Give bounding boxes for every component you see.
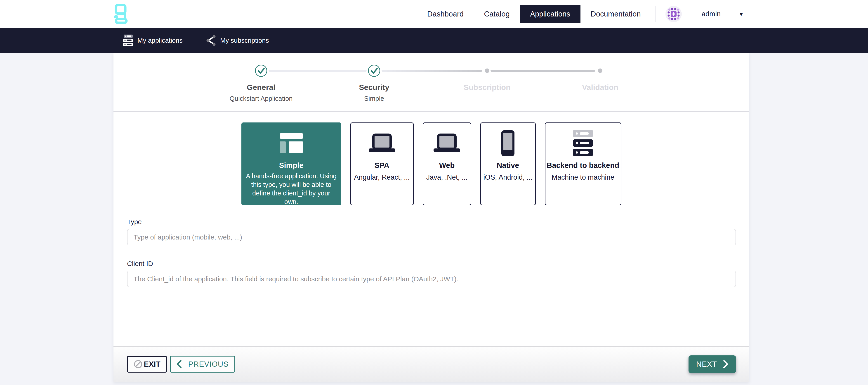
chevron-down-icon[interactable]: ▼: [738, 11, 744, 17]
smartphone-icon: [501, 130, 515, 156]
share-icon: [206, 35, 216, 46]
nav-item-applications[interactable]: Applications: [520, 5, 581, 23]
laptop-icon: [369, 133, 395, 153]
chevron-right-icon: [723, 360, 728, 368]
wizard-footer: EXIT PREVIOUS NEXT: [114, 346, 749, 382]
step-validation: Validation: [550, 53, 650, 92]
check-circle-icon: [368, 64, 380, 77]
check-circle-icon: [255, 64, 268, 77]
subnav-label: My subscriptions: [220, 37, 269, 44]
card-subtitle: iOS, Android, ...: [481, 173, 535, 182]
top-navbar: Dashboard Catalog Applications Documenta…: [0, 0, 868, 28]
next-button[interactable]: NEXT: [688, 355, 736, 373]
exit-button-label: EXIT: [144, 360, 160, 368]
card-title: Web: [423, 161, 471, 170]
previous-button-label: PREVIOUS: [188, 360, 229, 368]
step-general[interactable]: General Quickstart Application: [211, 53, 311, 102]
card-backend-to-backend[interactable]: Backend to backend Machine to machine: [545, 123, 621, 205]
header-divider: [655, 6, 655, 22]
prohibition-icon: [133, 359, 143, 369]
user-menu[interactable]: admin ▼: [665, 6, 744, 22]
client-id-field-label: Client ID: [127, 260, 736, 267]
step-subscription: Subscription: [437, 53, 537, 92]
card-spa[interactable]: SPA Angular, React, ...: [350, 123, 414, 205]
laptop-icon: [434, 133, 460, 153]
card-simple[interactable]: Simple A hands-free application. Using t…: [241, 123, 341, 205]
client-id-input[interactable]: [127, 271, 736, 287]
step-title: Security: [324, 83, 424, 92]
layout-icon: [279, 133, 304, 153]
subnav-item-my-applications[interactable]: My applications: [123, 35, 183, 46]
server-icon: [573, 130, 593, 157]
application-type-cards: Simple A hands-free application. Using t…: [114, 123, 749, 205]
card-subtitle: Machine to machine: [546, 173, 621, 182]
next-button-label: NEXT: [696, 360, 717, 368]
avatar: [665, 6, 682, 22]
subnav-item-my-subscriptions[interactable]: My subscriptions: [206, 35, 269, 46]
step-subtitle: Simple: [324, 95, 424, 102]
card-title: Native: [481, 161, 535, 170]
nav-item-dashboard[interactable]: Dashboard: [417, 5, 474, 23]
step-title: General: [211, 83, 311, 92]
exit-button[interactable]: EXIT: [127, 356, 167, 373]
page-background: General Quickstart Application Security …: [0, 53, 868, 385]
security-form: Type Client ID: [114, 205, 749, 287]
previous-button[interactable]: PREVIOUS: [170, 356, 235, 373]
main-nav: Dashboard Catalog Applications Documenta…: [417, 5, 651, 23]
wizard-container: General Quickstart Application Security …: [114, 53, 749, 382]
client-id-field-group: Client ID: [127, 260, 736, 287]
sub-navbar: My applications My subscriptions: [0, 28, 868, 53]
card-description: A hands-free application. Using this typ…: [242, 172, 341, 206]
card-title: Backend to backend: [546, 161, 621, 170]
type-input[interactable]: [127, 229, 736, 245]
card-title: SPA: [351, 161, 413, 170]
nav-item-documentation[interactable]: Documentation: [581, 5, 651, 23]
card-subtitle: Java, .Net, ...: [423, 173, 471, 182]
stepper: General Quickstart Application Security …: [114, 53, 749, 112]
step-title: Validation: [550, 83, 650, 92]
card-web[interactable]: Web Java, .Net, ...: [423, 123, 471, 205]
subnav-label: My applications: [137, 37, 183, 44]
step-security[interactable]: Security Simple: [324, 53, 424, 102]
user-name: admin: [702, 10, 721, 18]
type-field-group: Type: [127, 218, 736, 245]
step-title: Subscription: [437, 83, 537, 92]
gravitee-logo-icon[interactable]: [114, 4, 128, 24]
type-field-label: Type: [127, 218, 736, 226]
card-subtitle: Angular, React, ...: [351, 173, 413, 182]
card-native[interactable]: Native iOS, Android, ...: [480, 123, 536, 205]
chevron-left-icon: [177, 360, 182, 368]
card-title: Simple: [242, 161, 341, 170]
server-stack-icon: [123, 35, 133, 46]
step-subtitle: Quickstart Application: [211, 95, 311, 102]
nav-item-catalog[interactable]: Catalog: [474, 5, 520, 23]
